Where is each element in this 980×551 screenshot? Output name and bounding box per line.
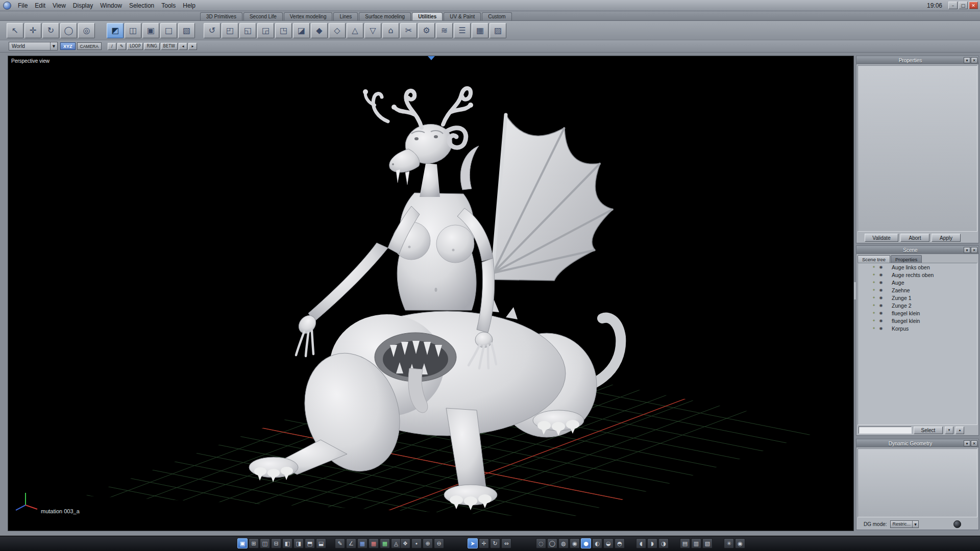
tab-surface-modeling[interactable]: Surface modeling [359, 12, 411, 20]
scene-tree-item[interactable]: ✦ ◉ Korpus [858, 324, 977, 332]
tab-second-life[interactable]: Second Life [243, 12, 283, 20]
soft-selection-mode-icon[interactable]: ▧ [178, 23, 195, 38]
layout-two-rows-icon[interactable]: ⊟ [271, 538, 281, 548]
between-select-button[interactable]: BETW [161, 43, 178, 50]
item-toggle-icon[interactable]: ✦ [870, 288, 877, 292]
utility-tool-05-icon[interactable]: ◳ [275, 23, 292, 38]
snap-magnet-icon[interactable]: ◬ [391, 538, 401, 548]
world-space-dropdown[interactable]: World ▼ [9, 42, 58, 51]
select-down-icon[interactable]: ▾ [945, 427, 953, 434]
camera-button[interactable]: CAMERA [77, 42, 102, 50]
scene-panel-header[interactable]: Scene ▾ ✕ [856, 246, 978, 254]
utility-tool-10-icon[interactable]: ▽ [364, 23, 381, 38]
object-mesh-icon[interactable]: ▧ [702, 538, 713, 548]
layout-three-left-icon[interactable]: ◧ [282, 538, 292, 548]
utility-tool-03-icon[interactable]: ◱ [239, 23, 256, 38]
ring-select-button[interactable]: RING [144, 43, 159, 50]
tools-flower-icon[interactable]: ✳ [724, 538, 734, 548]
scene-tree-item[interactable]: ✦ ◉ Zaehne [858, 286, 977, 294]
apply-button[interactable]: Apply [932, 234, 961, 242]
visibility-eye-icon[interactable]: ◉ [877, 318, 885, 323]
visibility-eye-icon[interactable]: ◉ [877, 288, 885, 292]
scene-tree-item[interactable]: ✦ ◉ Zunge 1 [858, 294, 977, 302]
wireframe-shading-icon[interactable]: ◌ [536, 538, 546, 548]
abort-button[interactable]: Abort [900, 234, 929, 242]
dynamic-geometry-panel-header[interactable]: Dynamic Geometry ▾ ✕ [856, 439, 978, 447]
object-rows-icon[interactable]: ▥ [691, 538, 701, 548]
textured-shading-icon[interactable]: ● [581, 538, 591, 548]
grid-yz-icon[interactable]: ▦ [380, 538, 390, 548]
dg-mode-knob[interactable] [953, 520, 961, 528]
model-3d-render[interactable] [249, 88, 621, 510]
hidden-line-shading-icon[interactable]: ◯ [547, 538, 557, 548]
item-toggle-icon[interactable]: ✦ [870, 280, 877, 285]
collapse-panel-icon[interactable]: ▾ [964, 57, 970, 63]
utility-tool-02-icon[interactable]: ◰ [222, 23, 238, 38]
panel-splitter[interactable] [854, 282, 856, 299]
edge-mode-icon[interactable]: ◫ [125, 23, 141, 38]
perspective-viewport[interactable]: Perspective view [8, 56, 854, 531]
default-light-icon[interactable]: ◖ [636, 538, 646, 548]
utility-tool-06-icon[interactable]: ◪ [293, 23, 310, 38]
collapse-panel-icon[interactable]: ▾ [964, 440, 970, 446]
close-panel-icon[interactable]: ✕ [971, 247, 977, 253]
next-selection-icon[interactable]: ▸ [188, 43, 197, 50]
lasso-select-icon[interactable]: ◯ [60, 23, 77, 38]
menu-window[interactable]: Window [96, 2, 126, 9]
item-toggle-icon[interactable]: ✦ [870, 272, 877, 277]
tab-uv-paint[interactable]: UV & Paint [444, 12, 481, 20]
menu-file[interactable]: File [14, 2, 31, 9]
prev-selection-icon[interactable]: ◂ [179, 43, 187, 50]
item-toggle-icon[interactable]: ✦ [870, 303, 877, 308]
face-mode-icon[interactable]: ▣ [142, 23, 159, 38]
viewport-canvas[interactable] [8, 56, 853, 531]
menu-edit[interactable]: Edit [31, 2, 49, 9]
tab-custom[interactable]: Custom [482, 12, 511, 20]
scene-lights-icon[interactable]: ◑ [658, 538, 669, 548]
layout-two-columns-icon[interactable]: ◫ [260, 538, 270, 548]
smooth-shading-icon[interactable]: ◉ [570, 538, 580, 548]
select-arrow-icon[interactable]: ↖ [7, 23, 23, 38]
utility-tool-07-icon[interactable]: ◆ [311, 23, 328, 38]
layout-three-bottom-icon[interactable]: ⬓ [316, 538, 326, 548]
viewport-split-handle[interactable] [428, 56, 435, 60]
transparent-shading-icon[interactable]: ◒ [603, 538, 614, 548]
scene-tree-item[interactable]: ✦ ◉ Auge [858, 279, 977, 286]
scene-tree-tab[interactable]: Scene tree [857, 255, 890, 263]
utility-stack-icon[interactable]: ☰ [454, 23, 471, 38]
chevron-down-icon[interactable]: ▼ [50, 42, 57, 50]
utility-wave-icon[interactable]: ≋ [436, 23, 453, 38]
camera-orbit-icon[interactable]: ◎ [78, 23, 95, 38]
layout-three-right-icon[interactable]: ◨ [293, 538, 304, 548]
scene-tree-item[interactable]: ✦ ◉ Zunge 2 [858, 302, 977, 309]
scene-tree-item[interactable]: ✦ ◉ Auge rechts oben [858, 271, 977, 279]
scene-tree-item[interactable]: ✦ ◉ fluegel klein [858, 309, 977, 317]
item-toggle-icon[interactable]: ✦ [870, 326, 877, 331]
item-toggle-icon[interactable]: ✦ [870, 318, 877, 323]
tab-3d-primitives[interactable]: 3D Primitives [200, 12, 242, 20]
app-logo-icon[interactable] [3, 2, 11, 10]
utility-undo-icon[interactable]: ↺ [204, 23, 220, 38]
center-selection-icon[interactable]: ∙ [411, 538, 422, 548]
menu-selection[interactable]: Selection [126, 2, 158, 9]
utility-tool-11-icon[interactable]: ⌂ [382, 23, 399, 38]
utility-grid-icon[interactable]: ▦ [472, 23, 488, 38]
snapshot-camera-icon[interactable]: ◉ [735, 538, 745, 548]
angle-snap-icon[interactable]: ∠ [346, 538, 356, 548]
item-toggle-icon[interactable]: ✦ [870, 295, 877, 300]
close-panel-icon[interactable]: ✕ [971, 57, 977, 63]
maximize-button[interactable]: □ [959, 2, 968, 9]
xyz-axis-button[interactable]: XYZ [60, 42, 76, 50]
headlamp-light-icon[interactable]: ◗ [647, 538, 657, 548]
object-mode-icon[interactable]: □ [160, 23, 177, 38]
visibility-eye-icon[interactable]: ◉ [877, 303, 885, 308]
validate-button[interactable]: Validate [865, 234, 898, 242]
item-toggle-icon[interactable]: ✦ [870, 265, 877, 269]
tab-utilities[interactable]: Utilities [412, 12, 443, 20]
utility-tool-08-icon[interactable]: ◇ [329, 23, 346, 38]
fit-view-icon[interactable]: ❖ [400, 538, 410, 548]
tab-lines[interactable]: Lines [333, 12, 358, 20]
menu-tools[interactable]: Tools [158, 2, 179, 9]
material-shading-icon[interactable]: ◓ [615, 538, 625, 548]
utility-gear-icon[interactable]: ⚙ [418, 23, 435, 38]
